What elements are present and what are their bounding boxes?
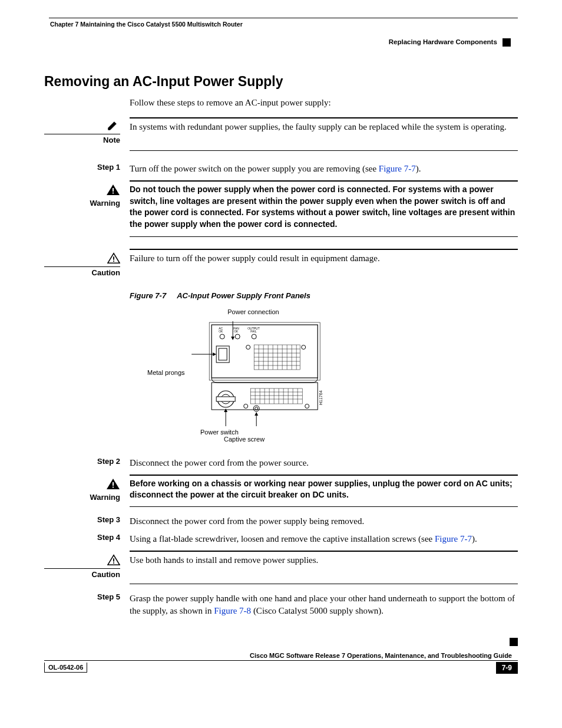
page-number: 7-9 — [496, 662, 518, 674]
warning1-label: Warning — [44, 199, 120, 207]
figure-title: AC-Input Power Supply Front Panels — [177, 291, 310, 300]
caution2-label: Caution — [44, 570, 120, 579]
figure-7-8-link[interactable]: Figure 7-8 — [214, 606, 251, 615]
step-3-label: Step 3 — [97, 515, 120, 524]
svg-rect-2 — [113, 256, 114, 260]
callout-captive-screw: Captive screw — [224, 436, 336, 443]
svg-point-21 — [246, 345, 250, 349]
svg-marker-20 — [213, 353, 216, 356]
svg-rect-67 — [113, 559, 114, 562]
step-4-text: Using a flat-blade screwdriver, loosen a… — [130, 533, 518, 545]
footer-rule — [44, 660, 518, 661]
step-4: Step 4 Using a flat-blade screwdriver, l… — [44, 533, 518, 545]
pencil-icon — [44, 121, 120, 134]
footer-marker-icon — [510, 638, 518, 646]
svg-point-8 — [252, 334, 256, 339]
section-header: Replacing Hardware Components — [44, 38, 518, 47]
svg-rect-66 — [113, 486, 114, 487]
doc-number: OL-0542-06 — [44, 663, 87, 673]
figure-caption: Figure 7-7AC-Input Power Supply Front Pa… — [130, 291, 518, 300]
power-supply-diagram: AC OK FAN OK OUTPUT FAIL — [189, 317, 336, 429]
step-4-text-a: Using a flat-blade screwdriver, loosen a… — [130, 534, 435, 543]
page-container: Chapter 7 Maintaining the Cisco Catalyst… — [0, 0, 562, 691]
step-1-text: Turn off the power switch on the power s… — [130, 163, 518, 174]
step-5: Step 5 Grasp the power supply handle wit… — [44, 592, 518, 617]
warning1-rule-top — [130, 180, 518, 182]
callout-metal-prongs: Metal prongs — [147, 369, 185, 376]
section-marker-icon — [503, 38, 511, 47]
note-label: Note — [44, 136, 120, 144]
svg-rect-1 — [113, 193, 114, 194]
caution-icon — [44, 252, 120, 267]
caution2-text: Use both hands to install and remove pow… — [130, 554, 518, 566]
callout-power-switch: Power switch — [200, 429, 336, 436]
header-rule — [49, 18, 518, 18]
figure-7-7-link[interactable]: Figure 7-7 — [379, 164, 416, 173]
step-1: Step 1 Turn off the power switch on the … — [44, 163, 518, 174]
note-block: Note In systems with redundant power sup… — [44, 117, 518, 151]
figure-7-7-link-2[interactable]: Figure 7-7 — [435, 534, 472, 543]
warning2-rule-bottom — [130, 506, 518, 507]
figure-7-7: Power connection Metal prongs AC OK FAN … — [147, 308, 336, 443]
svg-text:OK: OK — [234, 330, 239, 333]
svg-rect-0 — [113, 188, 114, 192]
svg-point-58 — [253, 406, 259, 411]
warning1-rule-bottom — [130, 236, 518, 237]
step-2: Step 2 Disconnect the power cord from th… — [44, 457, 518, 469]
svg-rect-42 — [250, 388, 302, 404]
svg-marker-16 — [231, 337, 234, 340]
caution-icon — [44, 554, 120, 569]
step-3: Step 3 Disconnect the power cord from th… — [44, 515, 518, 527]
svg-rect-65 — [113, 482, 114, 486]
warning2-text: Before working on a chassis or working n… — [130, 478, 518, 501]
caution-1-block: Caution Failure to turn off the power su… — [44, 249, 518, 277]
svg-rect-5 — [209, 322, 320, 380]
svg-point-7 — [235, 334, 240, 339]
intro-text: Follow these steps to remove an AC-input… — [130, 98, 518, 108]
svg-rect-41 — [216, 397, 235, 401]
section-header-text: Replacing Hardware Components — [389, 38, 497, 45]
svg-rect-68 — [113, 563, 114, 564]
note-rule-top — [130, 117, 518, 118]
step-2-text: Disconnect the power cord from the power… — [130, 457, 518, 469]
svg-point-22 — [301, 345, 305, 349]
note-rule-bottom — [130, 150, 518, 151]
caution-2-block: Caution Use both hands to install and re… — [44, 551, 518, 584]
step-4-label: Step 4 — [97, 533, 120, 542]
warning2-rule-top — [130, 475, 518, 476]
svg-text:OK: OK — [219, 330, 223, 333]
chapter-header: Chapter 7 Maintaining the Cisco Catalyst… — [44, 18, 518, 28]
svg-rect-4 — [211, 325, 318, 378]
warning-icon — [44, 184, 120, 197]
step-3-text: Disconnect the power cord from the power… — [130, 515, 518, 527]
svg-point-6 — [220, 334, 224, 339]
warning-2-block: Warning Before working on a chassis or w… — [44, 475, 518, 507]
step-1-text-a: Turn off the power switch on the power s… — [130, 164, 379, 173]
svg-text:FAIL: FAIL — [250, 330, 257, 333]
svg-rect-18 — [219, 348, 227, 360]
step-5-text: Grasp the power supply handle with one h… — [130, 592, 518, 617]
step-5-text-b: (Cisco Catalyst 5000 supply shown). — [251, 606, 384, 615]
caution1-text: Failure to turn off the power supply cou… — [130, 252, 518, 264]
warning2-label: Warning — [44, 493, 120, 502]
warning-icon — [44, 478, 120, 492]
caution1-label: Caution — [44, 268, 120, 277]
step-4-text-b: ). — [472, 534, 477, 543]
page-title: Removing an AC-Input Power Supply — [44, 74, 518, 90]
svg-rect-3 — [113, 261, 114, 262]
step-1-label: Step 1 — [97, 163, 120, 172]
warning-1-block: Warning Do not touch the power supply wh… — [44, 180, 518, 236]
caution2-rule-bottom — [130, 584, 518, 584]
svg-point-56 — [243, 404, 247, 408]
caution2-rule-top — [130, 551, 518, 552]
svg-marker-63 — [254, 412, 258, 416]
svg-point-57 — [305, 404, 309, 408]
figure-number: Figure 7-7 — [130, 291, 166, 300]
callout-power-connection: Power connection — [171, 308, 336, 315]
warning1-text: Do not touch the power supply when the p… — [130, 184, 518, 230]
step-2-label: Step 2 — [97, 457, 120, 466]
footer-title: Cisco MGC Software Release 7 Operations,… — [44, 652, 518, 659]
svg-marker-61 — [224, 409, 227, 412]
svg-text:H11764: H11764 — [319, 390, 323, 405]
note-text: In systems with redundant power supplies… — [130, 121, 518, 133]
